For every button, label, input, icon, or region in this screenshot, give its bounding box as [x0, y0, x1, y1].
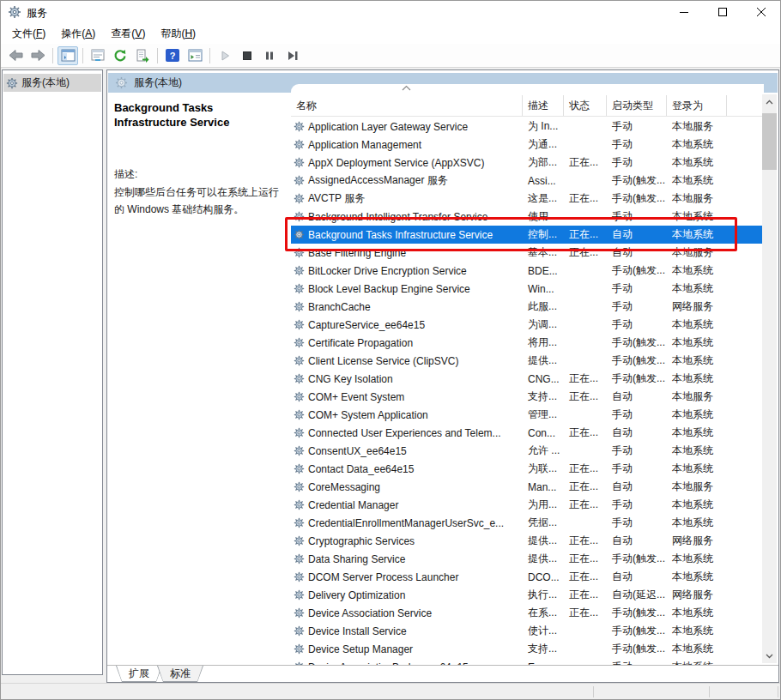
menu-a[interactable]: 操作(A)	[53, 24, 103, 44]
back-arrow-icon	[9, 49, 23, 62]
menu-f[interactable]: 文件(F)	[4, 24, 53, 44]
forward-button[interactable]	[27, 46, 48, 65]
services-panel: 服务(本地) Background Tasks Infrastructure S…	[106, 69, 779, 683]
tree-item-services-local[interactable]: 服务(本地)	[3, 74, 101, 92]
tab-standard[interactable]: 标准	[157, 666, 203, 682]
service-row[interactable]: Connected User Experiences and Telem... …	[291, 424, 764, 442]
properties-icon	[91, 49, 105, 62]
service-logon-as: 本地系统	[667, 516, 727, 530]
status-bar	[1, 683, 780, 699]
service-logon-as: 本地系统	[667, 263, 727, 278]
service-row[interactable]: Device Setup Manager 支持... 手动(触发... 本地系统	[291, 640, 764, 658]
console-tree-panel: 服务(本地)	[2, 69, 103, 675]
service-startup-type: 自动	[607, 480, 667, 494]
service-row[interactable]: CredentialEnrollmentManagerUserSvc_e... …	[291, 514, 764, 532]
menu-h[interactable]: 帮助(H)	[153, 24, 203, 44]
service-startup-type: 手动(触发...	[607, 371, 667, 386]
service-name: Device Association Service	[308, 607, 432, 619]
service-status: 正在...	[564, 462, 607, 476]
service-row[interactable]: COM+ Event System 支持... 正在... 自动 本地服务	[291, 388, 764, 406]
service-row[interactable]: AssignedAccessManager 服务 Assi... 手动(触发..…	[291, 172, 764, 190]
column-header-2[interactable]: 状态	[564, 95, 607, 116]
sort-ascending-icon	[402, 85, 411, 91]
help-button[interactable]: ?	[162, 46, 183, 65]
service-row[interactable]: BitLocker Drive Encryption Service BDE..…	[291, 262, 764, 280]
service-row[interactable]: Background Tasks Infrastructure Service …	[291, 226, 764, 244]
service-gear-icon	[294, 139, 305, 150]
service-name: Application Layer Gateway Service	[308, 121, 468, 133]
stop-service-button[interactable]	[237, 46, 257, 65]
column-header-3[interactable]: 启动类型	[607, 95, 667, 116]
refresh-button[interactable]	[110, 46, 130, 65]
services-rows: Application Layer Gateway Service 为 In..…	[291, 118, 764, 665]
service-row[interactable]: Background Intelligent Transfer Service …	[291, 208, 764, 226]
service-logon-as: 网络服务	[667, 588, 727, 602]
export-list-button[interactable]	[132, 46, 153, 65]
service-row[interactable]: CaptureService_ee64e15 为调... 手动 本地系统	[291, 316, 764, 334]
column-header-0[interactable]: 名称	[291, 95, 523, 116]
service-row[interactable]: Contact Data_ee64e15 为联... 正在... 手动 本地系统	[291, 460, 764, 478]
service-row[interactable]: Application Layer Gateway Service 为 In..…	[291, 118, 764, 136]
vertical-scrollbar[interactable]	[762, 94, 777, 663]
service-status: 正在...	[564, 534, 607, 548]
service-row[interactable]: Cryptographic Services 提供... 正在... 自动 网络…	[291, 532, 764, 550]
refresh-icon	[113, 49, 127, 63]
service-startup-type: 手动(触发...	[607, 263, 667, 278]
service-name: AppX Deployment Service (AppXSVC)	[308, 157, 484, 169]
service-row[interactable]: AVCTP 服务 这是... 正在... 手动(触发... 本地服务	[291, 190, 764, 208]
service-row[interactable]: BranchCache 此服... 手动 网络服务	[291, 298, 764, 316]
service-gear-icon	[294, 283, 305, 294]
service-gear-icon	[294, 589, 305, 600]
service-status: 正在...	[564, 371, 607, 386]
column-header-4[interactable]: 登录为	[667, 95, 727, 116]
minimize-button[interactable]	[664, 1, 703, 23]
service-row[interactable]: Client License Service (ClipSVC) 提供... 手…	[291, 352, 764, 370]
close-icon	[756, 7, 766, 17]
service-row[interactable]: Delivery Optimization 执行... 正在... 自动(延迟.…	[291, 586, 764, 604]
action-pane-icon	[188, 49, 203, 62]
close-button[interactable]	[742, 1, 780, 23]
service-status: 正在...	[564, 606, 607, 620]
column-header-1[interactable]: 描述	[523, 95, 564, 116]
service-row[interactable]: DeviceAssociationBroker_ee64e15 Ena... 手…	[291, 658, 764, 665]
service-status: 正在...	[564, 588, 607, 602]
service-row[interactable]: AppX Deployment Service (AppXSVC) 为部... …	[291, 154, 764, 172]
service-row[interactable]: Base Filtering Engine 基本... 正在... 自动 本地服…	[291, 244, 764, 262]
services-gear-icon	[115, 76, 128, 89]
service-name: Contact Data_ee64e15	[308, 463, 414, 475]
service-gear-icon	[294, 265, 305, 276]
maximize-button[interactable]	[703, 1, 742, 23]
scroll-up-button[interactable]	[762, 94, 777, 109]
service-row[interactable]: Application Management 为通... 手动 本地系统	[291, 136, 764, 154]
service-row[interactable]: Block Level Backup Engine Service Win...…	[291, 280, 764, 298]
service-row[interactable]: Device Association Service 在系... 正在... 手…	[291, 604, 764, 622]
service-status: 正在...	[564, 552, 607, 566]
service-row[interactable]: Device Install Service 使计... 手动(触发... 本地…	[291, 622, 764, 640]
pause-service-button[interactable]	[259, 46, 280, 65]
service-row[interactable]: COM+ System Application 管理... 手动 本地系统	[291, 406, 764, 424]
service-row[interactable]: Credential Manager 为用... 正在... 手动 本地系统	[291, 496, 764, 514]
show-action-pane-button[interactable]	[185, 46, 205, 65]
restart-service-button[interactable]	[282, 46, 302, 65]
scrollbar-thumb[interactable]	[762, 113, 777, 170]
tab-extended[interactable]: 扩展	[116, 666, 162, 682]
service-logon-as: 本地系统	[667, 606, 727, 620]
service-row[interactable]: CNG Key Isolation CNG... 正在... 手动(触发... …	[291, 370, 764, 388]
properties-button[interactable]	[88, 46, 108, 65]
service-row[interactable]: CoreMessaging Man... 正在... 自动 本地服务	[291, 478, 764, 496]
back-button[interactable]	[5, 46, 26, 65]
start-service-button[interactable]	[215, 46, 235, 65]
service-row[interactable]: ConsentUX_ee64e15 允许 ... 手动 本地系统	[291, 442, 764, 460]
service-description: 为部...	[523, 155, 564, 170]
service-description: 在系...	[523, 606, 564, 620]
toolbar-separator	[209, 48, 210, 63]
show-console-tree-button[interactable]	[58, 46, 78, 65]
service-row[interactable]: DCOM Server Process Launcher DCO... 正在..…	[291, 568, 764, 586]
service-row[interactable]: Certificate Propagation 将用... 手动(触发... 本…	[291, 334, 764, 352]
menu-v[interactable]: 查看(V)	[103, 24, 153, 44]
service-row[interactable]: Data Sharing Service 提供... 正在... 手动(触发..…	[291, 550, 764, 568]
service-startup-type: 手动	[607, 516, 667, 530]
service-status: 正在...	[564, 245, 607, 260]
service-startup-type: 自动	[607, 227, 667, 242]
scroll-down-button[interactable]	[762, 649, 777, 663]
